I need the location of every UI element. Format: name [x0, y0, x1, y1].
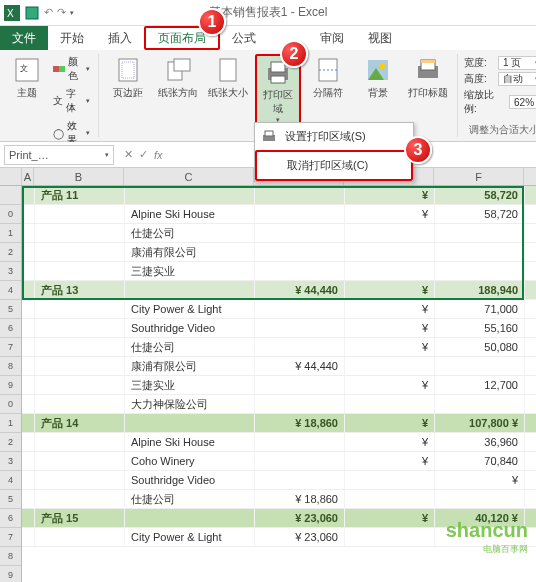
row-header[interactable]: 7	[0, 528, 21, 547]
cell[interactable]: ¥ 23,060	[255, 528, 345, 546]
table-row[interactable]: 仕捷公司¥ 18,860	[22, 490, 536, 509]
row-header[interactable]: 2	[0, 243, 21, 262]
undo-icon[interactable]: ↶	[44, 6, 53, 19]
cell[interactable]	[345, 528, 435, 546]
margins-button[interactable]: 页边距	[105, 54, 151, 102]
cell[interactable]	[345, 490, 435, 508]
cell[interactable]: Coho Winery	[125, 452, 255, 470]
row-header[interactable]: 7	[0, 338, 21, 357]
cell[interactable]	[125, 186, 255, 204]
table-row[interactable]: 产品 13¥ 44,440¥188,940	[22, 281, 536, 300]
cell[interactable]: 仕捷公司	[125, 338, 255, 356]
cell[interactable]	[22, 319, 35, 337]
cell[interactable]: 三捷实业	[125, 376, 255, 394]
table-row[interactable]: Coho Winery¥70,840	[22, 452, 536, 471]
cell[interactable]	[255, 224, 345, 242]
cell[interactable]: ¥	[345, 376, 435, 394]
cell[interactable]	[35, 319, 125, 337]
fx-icon[interactable]: fx	[154, 149, 163, 161]
cell[interactable]	[35, 471, 125, 489]
cell[interactable]	[35, 300, 125, 318]
cell[interactable]	[35, 357, 125, 375]
cell[interactable]: 仕捷公司	[125, 490, 255, 508]
cell[interactable]	[35, 262, 125, 280]
col-A[interactable]: A	[22, 168, 34, 185]
tab-formulas[interactable]: 公式	[220, 26, 268, 50]
cell[interactable]: 107,800 ¥	[435, 414, 525, 432]
cell[interactable]	[22, 395, 35, 413]
enter-icon[interactable]: ✓	[139, 148, 148, 161]
cell[interactable]	[255, 471, 345, 489]
table-row[interactable]: Southridge Video ¥	[22, 471, 536, 490]
orientation-button[interactable]: 纸张方向	[155, 54, 201, 102]
cell[interactable]	[35, 528, 125, 546]
menu-clear-print-area[interactable]: 取消打印区域(C)	[255, 150, 413, 181]
colors-button[interactable]: 颜色▾	[51, 54, 92, 84]
row-header[interactable]: 3	[0, 452, 21, 471]
cell[interactable]: Alpine Ski House	[125, 205, 255, 223]
cell[interactable]	[255, 243, 345, 261]
cell[interactable]	[345, 262, 435, 280]
cell[interactable]: Southridge Video	[125, 471, 255, 489]
cell[interactable]	[22, 186, 35, 204]
row-header[interactable]: 2	[0, 433, 21, 452]
tab-insert[interactable]: 插入	[96, 26, 144, 50]
cell[interactable]	[22, 243, 35, 261]
table-row[interactable]: Southridge Video¥55,160	[22, 319, 536, 338]
cell[interactable]: Alpine Ski House	[125, 433, 255, 451]
cell[interactable]	[435, 357, 525, 375]
cell[interactable]: ¥	[345, 433, 435, 451]
row-header[interactable]: 4	[0, 471, 21, 490]
tab-file[interactable]: 文件	[0, 26, 48, 50]
cell[interactable]	[35, 338, 125, 356]
table-row[interactable]: 三捷实业	[22, 262, 536, 281]
row-header[interactable]: 0	[0, 205, 21, 224]
table-row[interactable]: City Power & Light¥ 23,060	[22, 528, 536, 547]
cell[interactable]: 70,840	[435, 452, 525, 470]
row-header[interactable]: 5	[0, 490, 21, 509]
cell[interactable]	[125, 509, 255, 527]
cell[interactable]: 58,720	[435, 186, 525, 204]
table-row[interactable]: 大力神保险公司	[22, 395, 536, 414]
cell[interactable]	[435, 224, 525, 242]
cell[interactable]: 58,720	[435, 205, 525, 223]
cell[interactable]: City Power & Light	[125, 528, 255, 546]
cell[interactable]	[35, 490, 125, 508]
cell[interactable]	[22, 528, 35, 546]
cell[interactable]	[22, 205, 35, 223]
cell[interactable]	[22, 224, 35, 242]
col-C[interactable]: C	[124, 168, 254, 185]
row-header[interactable]: 6	[0, 319, 21, 338]
cell[interactable]	[435, 490, 525, 508]
cell[interactable]: City Power & Light	[125, 300, 255, 318]
tab-view[interactable]: 视图	[356, 26, 404, 50]
cell[interactable]	[435, 243, 525, 261]
fonts-button[interactable]: 文字体▾	[51, 86, 92, 116]
cell[interactable]: Southridge Video	[125, 319, 255, 337]
cell[interactable]: ¥	[345, 205, 435, 223]
cell[interactable]	[35, 243, 125, 261]
table-row[interactable]: 产品 14¥ 18,860¥107,800 ¥	[22, 414, 536, 433]
table-row[interactable]: 产品 11¥58,720	[22, 186, 536, 205]
cell[interactable]	[35, 395, 125, 413]
cell[interactable]	[22, 300, 35, 318]
cell[interactable]: 50,080	[435, 338, 525, 356]
cell[interactable]	[255, 319, 345, 337]
cell[interactable]	[22, 376, 35, 394]
cell[interactable]: ¥	[345, 338, 435, 356]
cell[interactable]	[435, 395, 525, 413]
cell[interactable]: 188,940	[435, 281, 525, 299]
cell[interactable]	[22, 509, 35, 527]
themes-button[interactable]: 文 主题	[6, 54, 47, 102]
row-header[interactable]: 1	[0, 414, 21, 433]
cell[interactable]: ¥	[435, 471, 525, 489]
height-select[interactable]: 自动▾	[498, 72, 536, 86]
table-row[interactable]: 康浦有限公司	[22, 243, 536, 262]
tab-review[interactable]: 审阅	[308, 26, 356, 50]
cell[interactable]	[345, 224, 435, 242]
cell[interactable]: 康浦有限公司	[125, 357, 255, 375]
cell[interactable]: ¥	[345, 319, 435, 337]
cell[interactable]	[22, 452, 35, 470]
name-box[interactable]: Print_…▾	[4, 145, 114, 165]
row-header[interactable]	[0, 186, 21, 205]
